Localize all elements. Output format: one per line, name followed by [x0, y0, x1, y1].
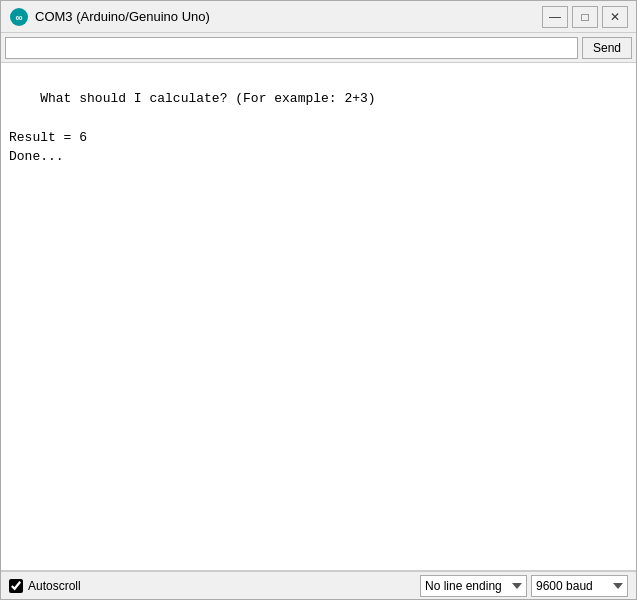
close-button[interactable]: ✕ — [602, 6, 628, 28]
status-bar: Autoscroll No line ending Newline Carria… — [1, 571, 636, 599]
title-bar: ∞ COM3 (Arduino/Genuino Uno) — □ ✕ — [1, 1, 636, 33]
autoscroll-label[interactable]: Autoscroll — [28, 579, 81, 593]
maximize-button[interactable]: □ — [572, 6, 598, 28]
window-controls: — □ ✕ — [542, 6, 628, 28]
baud-rate-dropdown[interactable]: 300 baud 1200 baud 2400 baud 4800 baud 9… — [531, 575, 628, 597]
toolbar: Send — [1, 33, 636, 63]
minimize-button[interactable]: — — [542, 6, 568, 28]
serial-output-text: What should I calculate? (For example: 2… — [9, 91, 376, 165]
serial-input[interactable] — [5, 37, 578, 59]
main-window: ∞ COM3 (Arduino/Genuino Uno) — □ ✕ Send … — [0, 0, 637, 600]
send-button[interactable]: Send — [582, 37, 632, 59]
app-icon: ∞ — [9, 7, 29, 27]
serial-output-area: What should I calculate? (For example: 2… — [1, 63, 636, 571]
window-title: COM3 (Arduino/Genuino Uno) — [35, 9, 542, 24]
autoscroll-checkbox[interactable] — [9, 579, 23, 593]
svg-text:∞: ∞ — [15, 12, 22, 23]
autoscroll-container: Autoscroll — [9, 579, 420, 593]
status-right: No line ending Newline Carriage return B… — [420, 575, 628, 597]
line-ending-dropdown[interactable]: No line ending Newline Carriage return B… — [420, 575, 527, 597]
